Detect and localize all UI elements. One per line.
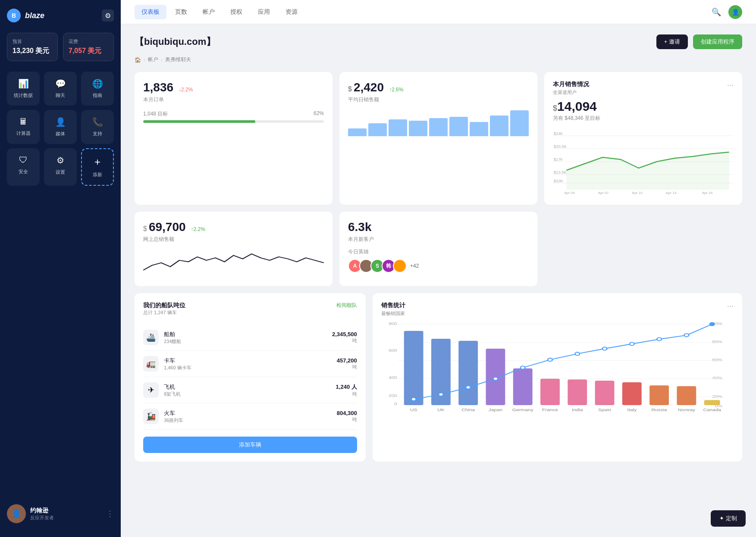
train-name: 火车 <box>164 409 332 417</box>
user-footer: 👤 约翰逊 反应开发者 ⋮ <box>7 499 114 528</box>
svg-text:Spain: Spain <box>598 408 612 412</box>
user-role: 反应开发者 <box>30 515 102 521</box>
header-actions: + 邀请 创建应用程序 <box>656 34 742 49</box>
tab-apps[interactable]: 应用 <box>251 5 277 19</box>
user-more-icon[interactable]: ⋮ <box>106 509 114 518</box>
media-icon: 👤 <box>55 117 66 127</box>
sales-more-button[interactable]: ··· <box>727 81 734 90</box>
svg-text:France: France <box>542 408 558 412</box>
view-fleet-link[interactable]: 检阅舰队 <box>336 302 357 309</box>
avg-bar-chart <box>348 110 529 136</box>
tab-account[interactable]: 帐户 <box>196 5 222 19</box>
customers-number: 6.3k <box>348 220 372 234</box>
avg-change: ↑2.6% <box>389 87 403 93</box>
bar-7 <box>470 122 488 136</box>
fleet-item-ship: 🚢 船舶 234艘船 2,345,500 吨 <box>143 325 357 351</box>
truck-name: 卡车 <box>164 357 332 365</box>
logo-text: blaze <box>25 11 44 20</box>
nav-item-settings[interactable]: ⚙ 设置 <box>44 148 77 186</box>
online-sales-card: $ 69,700 ↑2.2% 网上总销售额 <box>135 212 333 286</box>
page-title: 【biqubiqu.com】 <box>135 35 216 48</box>
security-icon: 🛡 <box>19 155 28 165</box>
svg-point-55 <box>710 323 715 326</box>
svg-text:India: India <box>572 408 583 412</box>
svg-text:Apr 04: Apr 04 <box>564 191 575 195</box>
svg-text:Japan: Japan <box>489 408 503 412</box>
hero-5 <box>393 259 407 273</box>
nav-item-calculator[interactable]: 🖩 计算器 <box>7 110 40 144</box>
svg-point-49 <box>548 358 552 361</box>
fleet-subtitle: 总计 1,247 辆车 <box>143 309 185 316</box>
avg-label: 平均日销售额 <box>348 96 529 103</box>
budget-card: 预算 13,230 美元 <box>7 33 58 61</box>
fleet-card: 我们的船队吨位 总计 1,247 辆车 检阅舰队 🚢 船舶 234艘船 2,34… <box>135 293 366 462</box>
svg-text:800: 800 <box>389 322 397 326</box>
svg-text:200: 200 <box>389 394 397 398</box>
ship-sub: 234艘船 <box>164 338 327 345</box>
svg-point-51 <box>602 347 607 350</box>
svg-text:$10K: $10K <box>554 179 564 183</box>
svg-rect-42 <box>677 386 696 405</box>
nav-item-chat[interactable]: 💬 聊天 <box>44 72 77 106</box>
bar-3 <box>389 119 407 136</box>
svg-text:$24k: $24k <box>554 131 563 136</box>
svg-point-53 <box>657 337 662 340</box>
progress-fill <box>143 120 255 123</box>
svg-rect-32 <box>404 331 423 405</box>
tab-auth[interactable]: 授权 <box>223 5 249 19</box>
chat-label: 聊天 <box>56 92 65 99</box>
budget-value: 13,230 美元 <box>13 47 52 56</box>
sales-stats-more-button[interactable]: ··· <box>727 302 734 311</box>
chat-icon: 💬 <box>55 78 66 89</box>
plane-sub: 8架飞机 <box>164 391 331 397</box>
svg-text:Apr 10: Apr 10 <box>632 191 643 195</box>
tab-dashboard[interactable]: 仪表板 <box>135 5 166 19</box>
tab-resources[interactable]: 资源 <box>279 5 304 19</box>
invite-button[interactable]: + 邀请 <box>656 34 688 49</box>
svg-rect-39 <box>595 381 614 405</box>
nav-item-support[interactable]: 📞 支持 <box>81 110 114 144</box>
plane-value: 1,240 人 <box>336 383 357 391</box>
top-settings-icon[interactable]: ⚙ <box>102 9 114 22</box>
nav-item-guide[interactable]: 🌐 指南 <box>81 72 114 106</box>
create-app-button[interactable]: 创建应用程序 <box>693 34 742 49</box>
stats-grid-row2: $ 69,700 ↑2.2% 网上总销售额 6.3k 本月新客户 今日 <box>135 212 742 286</box>
budget-cards: 预算 13,230 美元 花费 7,057 美元 <box>7 33 114 61</box>
bar-2 <box>368 123 387 136</box>
orders-number: 1,836 <box>143 81 173 94</box>
fleet-item-plane: ✈ 飞机 8架飞机 1,240 人 吨 <box>143 377 357 403</box>
support-icon: 📞 <box>92 117 103 127</box>
main-content: 仪表板 页数 帐户 授权 应用 资源 🔍 👤 【biqubiqu.com】 + … <box>121 0 756 537</box>
orders-label: 本月订单 <box>143 96 324 103</box>
stats-icon: 📊 <box>18 78 29 89</box>
add-vehicle-button[interactable]: 添加车辆 <box>143 437 357 453</box>
tab-pages[interactable]: 页数 <box>168 5 194 19</box>
search-button[interactable]: 🔍 <box>709 5 723 19</box>
svg-text:Russia: Russia <box>651 408 667 412</box>
svg-text:Apr 13: Apr 13 <box>666 191 677 195</box>
new-customers-card: 6.3k 本月新客户 今日英雄 A S 韩 +42 <box>339 212 537 286</box>
fleet-item-truck: 🚛 卡车 1,460 辆卡车 457,200 吨 <box>143 351 357 377</box>
train-value: 804,300 <box>337 410 357 416</box>
content-area: 【biqubiqu.com】 + 邀请 创建应用程序 🏠 › 帐户 › 奥弗维耶… <box>121 24 756 537</box>
svg-rect-40 <box>622 382 642 405</box>
customize-button[interactable]: ✦ 定制 <box>711 510 746 527</box>
expense-label: 花费 <box>69 38 108 45</box>
nav-item-add[interactable]: + 添新 <box>81 148 114 186</box>
topnav-tabs: 仪表板 页数 帐户 授权 应用 资源 <box>135 5 304 19</box>
nav-item-media[interactable]: 👤 媒体 <box>44 110 77 144</box>
svg-marker-10 <box>566 152 729 190</box>
bar-6 <box>449 117 468 136</box>
fleet-item-train: 🚂 火车 36路列车 804,300 吨 <box>143 403 357 430</box>
nav-item-stats[interactable]: 📊 统计数据 <box>7 72 40 106</box>
calculator-icon: 🖩 <box>19 117 28 127</box>
sales-card-title: 本月销售情况 <box>553 81 589 88</box>
svg-rect-34 <box>458 341 478 405</box>
online-number: 69,700 <box>149 220 186 234</box>
svg-text:UK: UK <box>437 408 445 412</box>
stats-grid-row1: 1,836 ↓2.2% 本月订单 1,048 目标 62% $ <box>135 72 742 205</box>
media-label: 媒体 <box>56 131 65 137</box>
nav-item-security[interactable]: 🛡 安全 <box>7 148 40 186</box>
online-label: 网上总销售额 <box>143 236 324 243</box>
svg-text:Apr 07: Apr 07 <box>598 191 609 195</box>
